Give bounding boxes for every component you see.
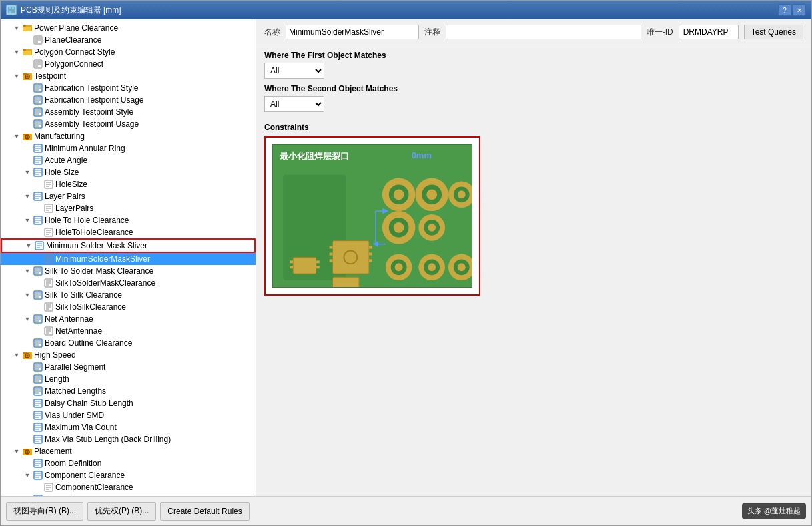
where-second-dropdown[interactable]: All (264, 96, 324, 112)
tree-label: Power Plane Clearance (33, 23, 118, 33)
tree-item-board-outline[interactable]: Board Outline Clearance (1, 337, 256, 349)
tree-item-holesize[interactable]: HoleSize (1, 178, 256, 190)
tree-expander[interactable]: ▼ (11, 131, 22, 142)
test-queries-button[interactable]: Test Queries (744, 25, 803, 39)
tree-container[interactable]: ▼Power Plane Clearance PlaneClearance▼Po… (1, 19, 256, 496)
tree-expander[interactable]: ▼ (22, 215, 33, 226)
tree-item-room-definition[interactable]: Room Definition (1, 457, 256, 469)
tree-label: Layer Pairs (43, 192, 85, 201)
tree-expander[interactable]: ▼ (11, 71, 22, 81)
tree-expander-empty (22, 338, 33, 348)
tree-expander[interactable]: ▼ (11, 350, 22, 360)
create-rules-button[interactable]: Create Default Rules (160, 502, 249, 521)
tree-item-acute-angle[interactable]: Acute Angle (1, 154, 256, 166)
svg-point-213 (395, 263, 403, 271)
tree-item-layer-pairs[interactable]: ▼ Layer Pairs (1, 190, 256, 202)
tree-expander[interactable]: ▼ (22, 470, 33, 481)
comment-input[interactable] (446, 25, 641, 39)
help-button[interactable]: ? (778, 4, 791, 16)
rule-icon (33, 215, 43, 226)
titlebar: PCB规则及约束编辑器 [mm] ? ✕ (1, 1, 811, 19)
tree-item-netantennae[interactable]: NetAntennae (1, 325, 256, 337)
tree-expander[interactable]: ▼ (22, 191, 33, 202)
folder-icon (22, 446, 33, 457)
tree-item-max-via-stub[interactable]: Max Via Stub Length (Back Drilling) (1, 433, 256, 445)
tree-item-componentclearance[interactable]: ComponentClearance (1, 481, 256, 493)
rule-name-input[interactable] (286, 25, 419, 39)
tree-label: PlaneClearance (43, 35, 101, 45)
tree-item-net-antennae[interactable]: ▼ Net Antennae (1, 313, 256, 325)
tree-item-length[interactable]: Length (1, 373, 256, 385)
svg-rect-19 (23, 73, 27, 75)
tree-item-polygon-connect[interactable]: PolygonConnect (1, 58, 256, 70)
tree-item-hole-to-hole-clearance[interactable]: ▼ Hole To Hole Clearance (1, 214, 256, 226)
priority-button[interactable]: 优先权(P) (B)... (87, 502, 156, 521)
tree-item-minimumsoldermasksliver[interactable]: MinimumSolderMaskSliver (1, 253, 256, 265)
nav-button[interactable]: 视图导向(R) (B)... (6, 502, 83, 521)
tree-item-silktosoldermask[interactable]: SilkToSolderMaskClearance (1, 277, 256, 289)
tree-expander[interactable]: ▼ (22, 314, 33, 324)
tree-item-parallel-segment[interactable]: Parallel Segment (1, 361, 256, 373)
tree-expander-empty (22, 422, 33, 433)
close-button[interactable]: ✕ (793, 4, 806, 16)
where-second-dropdown-wrapper[interactable]: All (264, 96, 324, 112)
where-first-dropdown[interactable]: All (264, 63, 324, 79)
tree-label: Room Definition (43, 459, 101, 468)
tree-label: Silk To Silk Clearance (43, 290, 122, 300)
tree-item-placement[interactable]: ▼Placement (1, 445, 256, 457)
sub-icon (43, 179, 54, 190)
tree-expander-empty (22, 95, 33, 105)
tree-expander[interactable]: ▼ (22, 167, 33, 178)
tree-item-layerpairs[interactable]: LayerPairs (1, 202, 256, 214)
tree-label: Matched Lengths (43, 386, 106, 396)
tree-item-hole-size[interactable]: ▼ Hole Size (1, 166, 256, 178)
tree-item-silktosilk[interactable]: SilkToSilkClearance (1, 301, 256, 313)
sub-icon (43, 227, 54, 238)
tree-item-silk-to-silk[interactable]: ▼ Silk To Silk Clearance (1, 289, 256, 301)
svg-rect-146 (23, 449, 27, 450)
tree-expander[interactable]: ▼ (11, 47, 22, 57)
rule-icon (33, 338, 43, 348)
tree-expander[interactable]: ▼ (22, 266, 33, 276)
tree-item-silk-to-solder-mask[interactable]: ▼ Silk To Solder Mask Clearance (1, 265, 256, 277)
rule-icon (33, 422, 43, 433)
tree-item-min-annular-ring[interactable]: Minimum Annular Ring (1, 142, 256, 154)
tree-item-fab-testpoint-style[interactable]: Fabrication Testpoint Style (1, 82, 256, 94)
where-second-section: Where The Second Object Matches All (256, 84, 811, 117)
tree-expander[interactable]: ▼ (22, 290, 33, 300)
tree-item-min-solder-mask-sliver[interactable]: ▼ Minimum Solder Mask Sliver (1, 238, 256, 253)
tree-expander[interactable]: ▼ (23, 240, 34, 251)
tree-item-asm-testpoint-style[interactable]: Assembly Testpoint Style (1, 106, 256, 118)
tree-expander-empty (33, 227, 43, 238)
tree-item-fab-testpoint-usage[interactable]: Fabrication Testpoint Usage (1, 94, 256, 106)
tree-expander-empty (22, 362, 33, 372)
titlebar-left: PCB规则及约束编辑器 [mm] (6, 5, 121, 16)
tree-item-testpoint[interactable]: ▼Testpoint (1, 70, 256, 82)
tree-item-vias-under-smd[interactable]: Vias Under SMD (1, 409, 256, 421)
rule-icon (33, 434, 43, 445)
tree-item-asm-testpoint-usage[interactable]: Assembly Testpoint Usage (1, 118, 256, 130)
tree-label: Daisy Chain Stub Length (43, 399, 133, 408)
tree-expander-empty (33, 254, 43, 264)
tree-item-manufacturing[interactable]: ▼Manufacturing (1, 130, 256, 142)
tree-item-matched-lengths[interactable]: Matched Lengths (1, 385, 256, 397)
constraints-box: 最小化阻焊层裂口 0mm (264, 136, 480, 296)
folder-icon (22, 131, 33, 142)
tree-label: SilkToSilkClearance (54, 302, 126, 312)
tree-item-plane-clearance[interactable]: PlaneClearance (1, 34, 256, 46)
tree-item-high-speed[interactable]: ▼High Speed (1, 349, 256, 361)
titlebar-buttons: ? ✕ (778, 4, 806, 16)
where-first-dropdown-wrapper[interactable]: All (264, 63, 324, 79)
tree-item-daisy-chain[interactable]: Daisy Chain Stub Length (1, 397, 256, 409)
tree-item-max-via-count[interactable]: Maximum Via Count (1, 421, 256, 433)
pcb-visualization: 最小化阻焊层裂口 0mm (272, 144, 472, 288)
rule-icon (33, 143, 43, 154)
tree-item-power-plane-clearance[interactable]: ▼Power Plane Clearance (1, 22, 256, 34)
tree-item-polygon-connect-style[interactable]: ▼Polygon Connect Style (1, 46, 256, 58)
tree-expander[interactable]: ▼ (11, 23, 22, 33)
tree-item-component-clearance[interactable]: ▼ Component Clearance (1, 469, 256, 481)
svg-point-216 (428, 263, 436, 271)
tree-item-holetoholeclearance[interactable]: HoleToHoleClearance (1, 226, 256, 238)
tree-expander[interactable]: ▼ (11, 446, 22, 457)
svg-rect-179 (293, 257, 316, 274)
